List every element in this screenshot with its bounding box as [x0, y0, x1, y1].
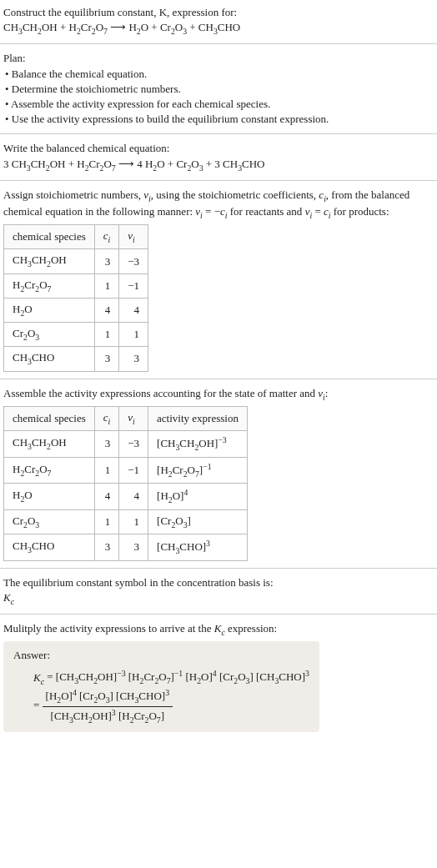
col-ci: ci: [94, 225, 119, 249]
table-header-row: chemical species ci νi: [4, 225, 148, 249]
cell-activity: [H2O]4: [148, 484, 248, 510]
cell-species: CH3CHO: [4, 347, 95, 371]
balanced-title: Write the balanced chemical equation:: [3, 141, 434, 156]
cell-vi: 1: [119, 323, 148, 347]
cell-activity: [CH3CH2OH]−3: [148, 431, 248, 458]
cell-species: Cr2O3: [4, 509, 95, 534]
cell-ci: 3: [94, 249, 119, 273]
answer-line2: = [H2O]4 [Cr2O3] [CH3CHO]3 [CH3CH2OH]3 […: [13, 687, 309, 725]
divider: [0, 568, 437, 569]
cell-activity: [CH3CHO]3: [148, 534, 248, 561]
table-header-row: chemical species ci νi activity expressi…: [4, 406, 248, 430]
divider: [0, 133, 437, 134]
cell-species: Cr2O3: [4, 323, 95, 347]
symbol-line2: Kc: [3, 590, 434, 607]
cell-species: H2Cr2O7: [4, 457, 95, 484]
table-row: H2Cr2O7 1 −1: [4, 273, 148, 298]
symbol-section: The equilibrium constant symbol in the c…: [0, 570, 437, 612]
cell-ci: 1: [94, 457, 119, 484]
cell-ci: 1: [94, 273, 119, 298]
plan-item: • Determine the stoichiometric numbers.: [3, 82, 434, 97]
table-row: H2O 4 4: [4, 298, 148, 322]
cell-activity: [Cr2O3]: [148, 509, 248, 534]
cell-species: CH3CH2OH: [4, 431, 95, 458]
table-row: CH3CHO 3 3: [4, 347, 148, 371]
divider: [0, 180, 437, 181]
table-row: CH3CH2OH 3 −3 [CH3CH2OH]−3: [4, 431, 248, 458]
answer-label: Answer:: [13, 648, 309, 663]
cell-species: CH3CH2OH: [4, 249, 95, 273]
balanced-equation: 3 CH3CH2OH + H2Cr2O7 ⟶ 4 H2O + Cr2O3 + 3…: [3, 157, 434, 173]
cell-species: H2O: [4, 484, 95, 510]
cell-ci: 3: [94, 534, 119, 561]
col-species: chemical species: [4, 406, 95, 430]
stoich-table: chemical species ci νi CH3CH2OH 3 −3 H2C…: [3, 224, 148, 371]
cell-ci: 1: [94, 323, 119, 347]
col-ci: ci: [94, 406, 119, 430]
plan-title: Plan:: [3, 51, 434, 66]
answer-line1: Kc = [CH3CH2OH]−3 [H2Cr2O7]−1 [H2O]4 [Cr…: [13, 668, 309, 687]
plan-section: Plan: • Balance the chemical equation. •…: [0, 46, 437, 132]
cell-vi: 4: [119, 484, 148, 510]
cell-vi: 3: [119, 534, 148, 561]
table-row: Cr2O3 1 1 [Cr2O3]: [4, 509, 248, 534]
header-section: Construct the equilibrium constant, K, e…: [0, 0, 437, 42]
cell-vi: −3: [119, 431, 148, 458]
answer-box: Answer: Kc = [CH3CH2OH]−3 [H2Cr2O7]−1 [H…: [3, 641, 319, 732]
divider: [0, 614, 437, 615]
answer-frac-num: [H2O]4 [Cr2O3] [CH3CHO]3: [43, 687, 173, 707]
stoich-intro: Assign stoichiometric numbers, νi, using…: [3, 188, 434, 221]
cell-ci: 3: [94, 431, 119, 458]
balanced-section: Write the balanced chemical equation: 3 …: [0, 136, 437, 178]
plan-item: • Balance the chemical equation.: [3, 67, 434, 82]
divider: [0, 379, 437, 379]
col-species: chemical species: [4, 225, 95, 249]
table-row: H2Cr2O7 1 −1 [H2Cr2O7]−1: [4, 457, 248, 484]
multiply-intro: Mulitply the activity expressions to arr…: [3, 621, 434, 638]
cell-vi: −3: [119, 249, 148, 273]
header-equation: CH3CH2OH + H2Cr2O7 ⟶ H2O + Cr2O3 + CH3CH…: [3, 20, 434, 37]
cell-activity: [H2Cr2O7]−1: [148, 457, 248, 484]
activity-table: chemical species ci νi activity expressi…: [3, 406, 248, 561]
table-row: CH3CHO 3 3 [CH3CHO]3: [4, 534, 248, 561]
cell-vi: −1: [119, 457, 148, 484]
cell-ci: 1: [94, 509, 119, 534]
answer-frac-den: [CH3CH2OH]3 [H2Cr2O7]: [43, 707, 173, 726]
table-row: CH3CH2OH 3 −3: [4, 249, 148, 273]
cell-ci: 3: [94, 347, 119, 371]
col-activity: activity expression: [148, 406, 248, 430]
cell-species: H2O: [4, 298, 95, 322]
activity-intro: Assemble the activity expressions accoun…: [3, 386, 434, 403]
cell-species: CH3CHO: [4, 534, 95, 561]
symbol-line1: The equilibrium constant symbol in the c…: [3, 575, 434, 590]
cell-vi: 1: [119, 509, 148, 534]
header-line1: Construct the equilibrium constant, K, e…: [3, 5, 434, 20]
cell-vi: 3: [119, 347, 148, 371]
col-vi: νi: [119, 406, 148, 430]
cell-ci: 4: [94, 484, 119, 510]
activity-section: Assemble the activity expressions accoun…: [0, 381, 437, 566]
divider: [0, 43, 437, 44]
plan-item: • Use the activity expressions to build …: [3, 112, 434, 127]
multiply-section: Mulitply the activity expressions to arr…: [0, 616, 437, 737]
table-row: Cr2O3 1 1: [4, 323, 148, 347]
stoich-section: Assign stoichiometric numbers, νi, using…: [0, 183, 437, 377]
plan-item: • Assemble the activity expression for e…: [3, 97, 434, 112]
cell-species: H2Cr2O7: [4, 273, 95, 298]
cell-vi: −1: [119, 273, 148, 298]
answer-fraction: [H2O]4 [Cr2O3] [CH3CHO]3 [CH3CH2OH]3 [H2…: [43, 687, 173, 725]
table-row: H2O 4 4 [H2O]4: [4, 484, 248, 510]
cell-ci: 4: [94, 298, 119, 322]
cell-vi: 4: [119, 298, 148, 322]
col-vi: νi: [119, 225, 148, 249]
answer-equals: =: [33, 699, 43, 711]
